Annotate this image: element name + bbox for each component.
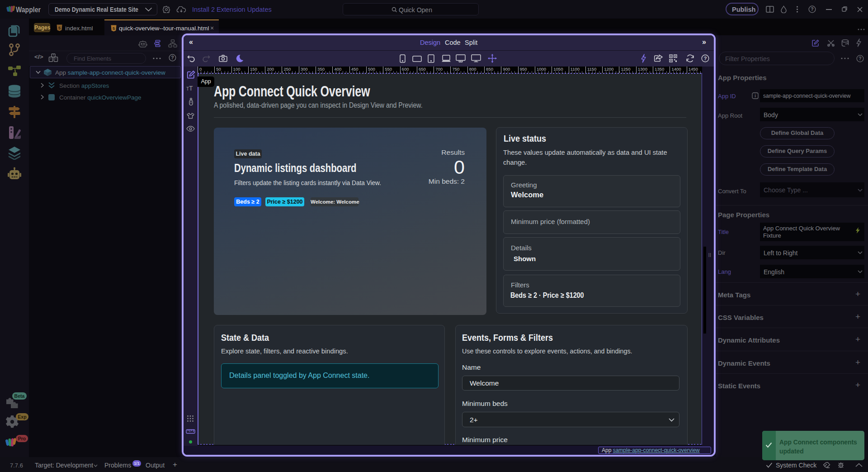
svg-text:?: ?: [171, 55, 174, 60]
svg-text:?: ?: [811, 6, 813, 12]
svg-text:?: ?: [704, 56, 707, 61]
svg-text:?: ?: [859, 56, 861, 61]
svg-text:i: i: [755, 93, 756, 98]
svg-text:5: 5: [113, 26, 115, 31]
svg-text:5: 5: [58, 26, 61, 30]
